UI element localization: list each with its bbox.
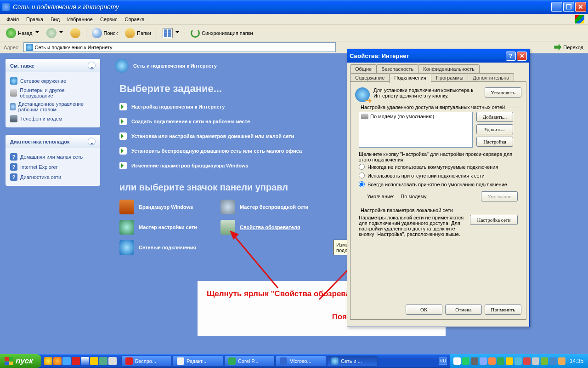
menu-file[interactable]: Файл: [4, 16, 22, 23]
tray-icon[interactable]: [497, 357, 504, 365]
chevron-up-icon[interactable]: [88, 62, 96, 69]
dialog-close-button[interactable]: ✕: [517, 52, 527, 61]
menu-edit[interactable]: Правка: [23, 16, 46, 23]
radio-never-dial[interactable]: Никогда не использовать коммутируемые по…: [359, 162, 518, 171]
windows-logo-icon: [5, 357, 13, 365]
task-item-active[interactable]: Сеть и ...: [327, 356, 378, 367]
chevron-up-icon[interactable]: [88, 138, 96, 145]
tray-icon[interactable]: [558, 357, 565, 365]
tab-programs[interactable]: Программы: [431, 73, 468, 82]
tab-content[interactable]: Содержание: [350, 73, 390, 82]
task-item[interactable]: Corel P...: [224, 356, 275, 367]
tray-icon[interactable]: [541, 357, 548, 365]
task-item[interactable]: Microso...: [276, 356, 326, 367]
address-field[interactable]: Сеть и подключения к Интернету: [23, 42, 336, 52]
panel-header[interactable]: Диагностика неполадок: [6, 135, 100, 148]
chevron-down-icon[interactable]: [175, 31, 179, 35]
tray-icon[interactable]: [462, 357, 469, 365]
radio-always-dial[interactable]: Всегда использовать принятое по умолчани…: [359, 180, 518, 189]
delete-button[interactable]: Удалить...: [476, 124, 513, 134]
forward-button[interactable]: [43, 26, 66, 40]
ql-opera-icon[interactable]: [72, 357, 80, 365]
sync-button[interactable]: Синхронизация папки: [187, 27, 256, 40]
cp-firewall[interactable]: Брандмауэр Windows: [119, 200, 211, 214]
dialog-help-button[interactable]: ?: [506, 52, 516, 61]
network-icon: [10, 77, 17, 85]
close-button[interactable]: ✕: [575, 2, 586, 12]
dialup-listbox[interactable]: По модему (по умолчанию): [359, 112, 473, 148]
minimize-button[interactable]: _: [551, 2, 562, 12]
chevron-down-icon[interactable]: [59, 31, 63, 35]
maximize-button[interactable]: ❐: [563, 2, 574, 12]
sidebar-item-net-diag[interactable]: ?Диагностика сети: [10, 172, 96, 182]
ql-ie-icon[interactable]: [62, 357, 71, 365]
search-button[interactable]: Поиск: [89, 26, 121, 40]
settings-button[interactable]: Настройка: [476, 137, 513, 147]
go-button[interactable]: Переход: [551, 43, 586, 52]
tab-advanced[interactable]: Дополнительно: [468, 73, 514, 82]
ql-chrome-icon[interactable]: [44, 357, 52, 365]
views-button[interactable]: [159, 26, 182, 40]
cp-network-wizard[interactable]: Мастер настройки сети: [119, 220, 211, 235]
tray-icon[interactable]: [523, 357, 531, 365]
menu-help[interactable]: Справка: [122, 16, 147, 23]
lan-fieldset: Настройка параметров локальной сети Пара…: [355, 211, 521, 241]
sidebar-item-printers[interactable]: Принтеры и другое оборудование: [10, 86, 96, 100]
window-icon: [2, 3, 10, 11]
dialog-title: Свойства: Интернет: [350, 52, 505, 59]
tab-connections[interactable]: Подключения: [389, 73, 431, 83]
tab-security[interactable]: Безопасность: [376, 64, 418, 73]
sidebar-item-home-network[interactable]: ?Домашняя или малая сеть: [10, 152, 96, 162]
radio-dial-no-net[interactable]: Использовать при отсутствии подключения …: [359, 171, 518, 180]
add-button[interactable]: Добавить...: [476, 112, 513, 122]
cp-internet-options[interactable]: Свойства обозревателя: [220, 220, 312, 235]
task-item[interactable]: Редакт...: [173, 356, 223, 367]
back-button[interactable]: Назад: [3, 26, 42, 40]
chevron-down-icon[interactable]: [35, 31, 39, 35]
tray-icon[interactable]: [480, 357, 487, 365]
word-icon: [280, 357, 287, 365]
ql-app-icon[interactable]: [99, 357, 107, 365]
dialup-item-modem[interactable]: По модему (по умолчанию): [360, 113, 471, 120]
clock[interactable]: 14:35: [570, 358, 583, 364]
ql-app-icon[interactable]: [108, 357, 117, 365]
folders-button[interactable]: Папки: [122, 26, 154, 40]
lan-settings-button[interactable]: Настройка сети: [470, 215, 518, 225]
language-indicator[interactable]: RU: [439, 357, 447, 365]
ql-app-icon[interactable]: [90, 357, 98, 365]
up-button[interactable]: [67, 26, 84, 40]
apply-button[interactable]: Применить: [485, 305, 521, 315]
default-label: Умолчание:: [367, 194, 394, 199]
tray-icon[interactable]: [514, 357, 522, 365]
tab-general[interactable]: Общие: [350, 64, 377, 73]
menu-favorites[interactable]: Избранное: [64, 16, 96, 23]
taskbar-tasks: Беспро... Редакт... Corel P... Microso..…: [119, 356, 439, 367]
ok-button[interactable]: OK: [406, 305, 442, 315]
cancel-button[interactable]: Отмена: [445, 305, 482, 315]
tray-icon[interactable]: [471, 357, 478, 365]
panel-header[interactable]: См. также: [6, 59, 100, 72]
arrow-icon: [119, 103, 127, 110]
sidebar-item-remote[interactable]: Дистанционное управление рабочим столом: [10, 100, 96, 114]
sidebar-item-network-places[interactable]: Сетевое окружение: [10, 76, 96, 86]
cp-wireless-wizard[interactable]: Мастер беспроводной сети: [220, 200, 312, 214]
cp-network-connections[interactable]: Сетевые подключения: [119, 240, 211, 255]
forward-icon: [46, 28, 57, 38]
tab-privacy[interactable]: Конфиденциальность: [418, 64, 480, 73]
menu-view[interactable]: Вид: [48, 16, 62, 23]
tray-icon[interactable]: [488, 357, 496, 365]
sidebar-item-ie[interactable]: ?Internet Explorer: [10, 162, 96, 172]
sidebar-item-phone-modem[interactable]: Телефон и модем: [10, 114, 96, 124]
tray-icon[interactable]: [506, 357, 513, 365]
tray-icon[interactable]: [532, 357, 539, 365]
tab-row-2: Содержание Подключения Программы Дополни…: [347, 73, 529, 82]
task-item[interactable]: Беспро...: [121, 356, 172, 367]
ql-desktop-icon[interactable]: [81, 357, 89, 365]
start-button[interactable]: пуск: [0, 354, 41, 368]
menu-tools[interactable]: Сервис: [97, 16, 120, 23]
tray-icon[interactable]: [453, 357, 461, 365]
tray-icon[interactable]: [549, 357, 557, 365]
dialog-titlebar[interactable]: Свойства: Интернет ? ✕: [347, 49, 529, 63]
setup-button[interactable]: Установить: [485, 87, 521, 98]
ql-firefox-icon[interactable]: [53, 357, 62, 365]
